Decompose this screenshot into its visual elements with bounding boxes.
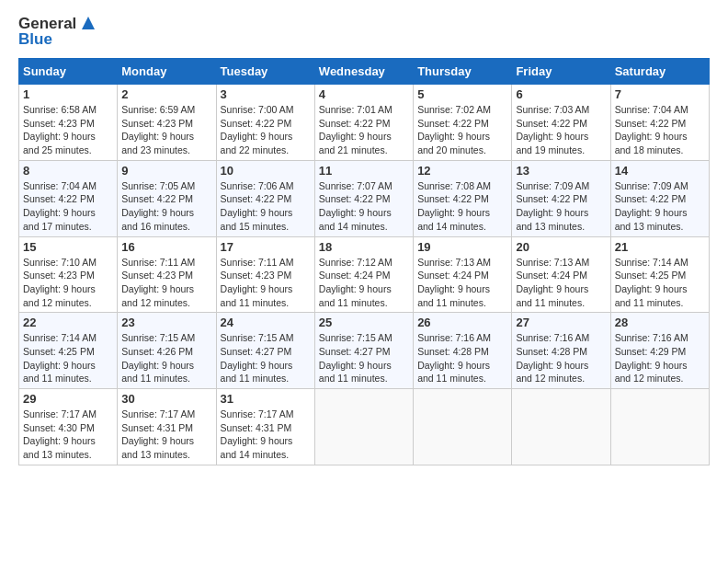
day-info: Sunrise: 7:17 AMSunset: 4:30 PMDaylight:… bbox=[23, 408, 113, 462]
day-info: Sunrise: 7:09 AMSunset: 4:22 PMDaylight:… bbox=[516, 179, 606, 234]
calendar-cell: 7Sunrise: 7:04 AMSunset: 4:22 PMDaylight… bbox=[610, 85, 709, 161]
calendar-cell: 15Sunrise: 7:10 AMSunset: 4:23 PMDayligh… bbox=[19, 236, 118, 313]
day-info: Sunrise: 7:16 AMSunset: 4:29 PMDaylight:… bbox=[615, 331, 705, 385]
day-info: Sunrise: 7:04 AMSunset: 4:22 PMDaylight:… bbox=[23, 179, 113, 234]
day-info: Sunrise: 7:17 AMSunset: 4:31 PMDaylight:… bbox=[121, 408, 211, 462]
calendar-cell bbox=[610, 389, 709, 465]
day-info: Sunrise: 7:14 AMSunset: 4:25 PMDaylight:… bbox=[23, 331, 113, 385]
calendar-cell: 12Sunrise: 7:08 AMSunset: 4:22 PMDayligh… bbox=[414, 160, 512, 236]
day-number: 7 bbox=[615, 87, 705, 101]
svg-marker-0 bbox=[82, 17, 95, 29]
logo-blue-text: Blue bbox=[18, 30, 98, 49]
day-info: Sunrise: 7:02 AMSunset: 4:22 PMDaylight:… bbox=[417, 103, 507, 157]
day-number: 3 bbox=[221, 87, 311, 101]
calendar-page: General Blue SundayMondayTuesdayWednesda… bbox=[0, 0, 728, 563]
day-info: Sunrise: 7:10 AMSunset: 4:23 PMDaylight:… bbox=[23, 256, 113, 310]
calendar-cell: 27Sunrise: 7:16 AMSunset: 4:28 PMDayligh… bbox=[512, 313, 610, 389]
day-info: Sunrise: 7:14 AMSunset: 4:25 PMDaylight:… bbox=[615, 256, 705, 310]
calendar-cell: 17Sunrise: 7:11 AMSunset: 4:23 PMDayligh… bbox=[216, 236, 314, 313]
day-number: 22 bbox=[23, 316, 113, 329]
calendar-cell: 28Sunrise: 7:16 AMSunset: 4:29 PMDayligh… bbox=[610, 313, 709, 389]
day-info: Sunrise: 7:13 AMSunset: 4:24 PMDaylight:… bbox=[417, 256, 507, 310]
day-info: Sunrise: 7:06 AMSunset: 4:22 PMDaylight:… bbox=[221, 179, 311, 234]
day-number: 19 bbox=[417, 240, 507, 254]
day-info: Sunrise: 6:59 AMSunset: 4:23 PMDaylight:… bbox=[121, 103, 211, 157]
day-number: 17 bbox=[221, 240, 311, 254]
calendar-cell: 4Sunrise: 7:01 AMSunset: 4:22 PMDaylight… bbox=[314, 85, 413, 161]
calendar-cell: 1Sunrise: 6:58 AMSunset: 4:23 PMDaylight… bbox=[19, 85, 118, 161]
calendar-cell: 26Sunrise: 7:16 AMSunset: 4:28 PMDayligh… bbox=[414, 313, 512, 389]
day-number: 24 bbox=[221, 316, 311, 329]
calendar-cell: 5Sunrise: 7:02 AMSunset: 4:22 PMDaylight… bbox=[414, 85, 512, 161]
calendar-week-row: 29Sunrise: 7:17 AMSunset: 4:30 PMDayligh… bbox=[19, 389, 710, 465]
calendar-cell: 11Sunrise: 7:07 AMSunset: 4:22 PMDayligh… bbox=[314, 160, 413, 236]
day-number: 2 bbox=[121, 87, 211, 101]
day-number: 21 bbox=[615, 240, 705, 254]
logo-icon bbox=[78, 13, 98, 33]
day-number: 8 bbox=[23, 164, 113, 178]
page-header: General Blue bbox=[18, 15, 710, 49]
calendar-cell bbox=[512, 389, 610, 465]
day-info: Sunrise: 7:15 AMSunset: 4:26 PMDaylight:… bbox=[121, 331, 211, 385]
day-number: 10 bbox=[221, 164, 311, 178]
calendar-cell: 31Sunrise: 7:17 AMSunset: 4:31 PMDayligh… bbox=[216, 389, 314, 465]
day-number: 5 bbox=[417, 87, 507, 101]
calendar-cell: 19Sunrise: 7:13 AMSunset: 4:24 PMDayligh… bbox=[414, 236, 512, 313]
calendar-week-row: 22Sunrise: 7:14 AMSunset: 4:25 PMDayligh… bbox=[19, 313, 710, 389]
day-info: Sunrise: 7:00 AMSunset: 4:22 PMDaylight:… bbox=[221, 103, 311, 157]
day-number: 23 bbox=[121, 316, 211, 329]
day-number: 18 bbox=[319, 240, 409, 254]
day-info: Sunrise: 7:12 AMSunset: 4:24 PMDaylight:… bbox=[319, 256, 409, 310]
day-number: 31 bbox=[221, 392, 311, 406]
logo: General Blue bbox=[18, 15, 98, 49]
day-number: 28 bbox=[615, 316, 705, 329]
calendar-cell: 6Sunrise: 7:03 AMSunset: 4:22 PMDaylight… bbox=[512, 85, 610, 161]
weekday-header-row: SundayMondayTuesdayWednesdayThursdayFrid… bbox=[19, 59, 710, 85]
weekday-header-thursday: Thursday bbox=[414, 59, 512, 85]
weekday-header-friday: Friday bbox=[512, 59, 610, 85]
calendar-cell: 20Sunrise: 7:13 AMSunset: 4:24 PMDayligh… bbox=[512, 236, 610, 313]
day-number: 15 bbox=[23, 240, 113, 254]
day-info: Sunrise: 7:07 AMSunset: 4:22 PMDaylight:… bbox=[319, 179, 409, 234]
weekday-header-tuesday: Tuesday bbox=[216, 59, 314, 85]
calendar-cell: 2Sunrise: 6:59 AMSunset: 4:23 PMDaylight… bbox=[118, 85, 216, 161]
calendar-cell: 9Sunrise: 7:05 AMSunset: 4:22 PMDaylight… bbox=[118, 160, 216, 236]
calendar-cell: 25Sunrise: 7:15 AMSunset: 4:27 PMDayligh… bbox=[314, 313, 413, 389]
day-number: 6 bbox=[516, 87, 606, 101]
calendar-week-row: 15Sunrise: 7:10 AMSunset: 4:23 PMDayligh… bbox=[19, 236, 710, 313]
day-info: Sunrise: 7:11 AMSunset: 4:23 PMDaylight:… bbox=[221, 256, 311, 310]
day-number: 12 bbox=[417, 164, 507, 178]
calendar-cell: 21Sunrise: 7:14 AMSunset: 4:25 PMDayligh… bbox=[610, 236, 709, 313]
weekday-header-saturday: Saturday bbox=[610, 59, 709, 85]
calendar-cell: 3Sunrise: 7:00 AMSunset: 4:22 PMDaylight… bbox=[216, 85, 314, 161]
day-info: Sunrise: 7:01 AMSunset: 4:22 PMDaylight:… bbox=[319, 103, 409, 157]
day-info: Sunrise: 6:58 AMSunset: 4:23 PMDaylight:… bbox=[23, 103, 113, 157]
day-number: 20 bbox=[516, 240, 606, 254]
day-info: Sunrise: 7:15 AMSunset: 4:27 PMDaylight:… bbox=[319, 331, 409, 385]
day-number: 29 bbox=[23, 392, 113, 406]
calendar-cell: 29Sunrise: 7:17 AMSunset: 4:30 PMDayligh… bbox=[19, 389, 118, 465]
day-number: 30 bbox=[121, 392, 211, 406]
calendar-table: SundayMondayTuesdayWednesdayThursdayFrid… bbox=[18, 58, 710, 465]
day-number: 26 bbox=[417, 316, 507, 329]
day-info: Sunrise: 7:16 AMSunset: 4:28 PMDaylight:… bbox=[417, 331, 507, 385]
calendar-cell: 18Sunrise: 7:12 AMSunset: 4:24 PMDayligh… bbox=[314, 236, 413, 313]
day-info: Sunrise: 7:15 AMSunset: 4:27 PMDaylight:… bbox=[221, 331, 311, 385]
day-info: Sunrise: 7:16 AMSunset: 4:28 PMDaylight:… bbox=[516, 331, 606, 385]
calendar-cell bbox=[314, 389, 413, 465]
day-info: Sunrise: 7:04 AMSunset: 4:22 PMDaylight:… bbox=[615, 103, 705, 157]
day-number: 11 bbox=[319, 164, 409, 178]
day-info: Sunrise: 7:08 AMSunset: 4:22 PMDaylight:… bbox=[417, 179, 507, 234]
calendar-cell: 30Sunrise: 7:17 AMSunset: 4:31 PMDayligh… bbox=[118, 389, 216, 465]
day-info: Sunrise: 7:05 AMSunset: 4:22 PMDaylight:… bbox=[121, 179, 211, 234]
calendar-week-row: 8Sunrise: 7:04 AMSunset: 4:22 PMDaylight… bbox=[19, 160, 710, 236]
day-number: 9 bbox=[121, 164, 211, 178]
calendar-cell: 10Sunrise: 7:06 AMSunset: 4:22 PMDayligh… bbox=[216, 160, 314, 236]
day-number: 4 bbox=[319, 87, 409, 101]
day-info: Sunrise: 7:17 AMSunset: 4:31 PMDaylight:… bbox=[221, 408, 311, 462]
day-number: 16 bbox=[121, 240, 211, 254]
calendar-cell: 8Sunrise: 7:04 AMSunset: 4:22 PMDaylight… bbox=[19, 160, 118, 236]
day-number: 13 bbox=[516, 164, 606, 178]
weekday-header-wednesday: Wednesday bbox=[314, 59, 413, 85]
day-info: Sunrise: 7:09 AMSunset: 4:22 PMDaylight:… bbox=[615, 179, 705, 234]
